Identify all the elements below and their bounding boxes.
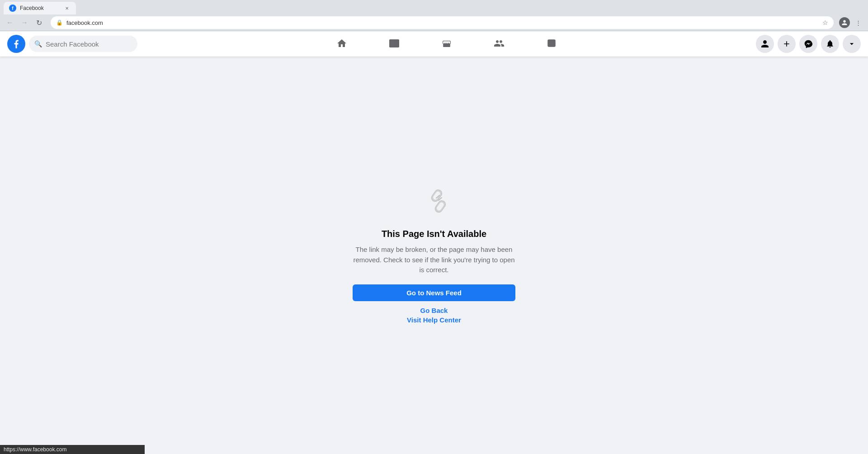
bookmark-icon[interactable]: ☆	[822, 19, 828, 26]
error-description: The link may be broken, or the page may …	[353, 245, 515, 275]
help-center-link[interactable]: Visit Help Center	[407, 316, 461, 324]
secure-icon: 🔒	[56, 19, 63, 26]
search-input[interactable]	[46, 40, 132, 48]
browser-tab[interactable]: f Facebook ✕	[4, 2, 76, 14]
status-url: https://www.facebook.com	[4, 446, 66, 453]
svg-point-5	[553, 43, 554, 43]
messenger-button[interactable]	[799, 35, 817, 53]
go-back-link[interactable]: Go Back	[420, 307, 448, 314]
notifications-button[interactable]	[821, 35, 839, 53]
svg-point-4	[552, 42, 553, 43]
menu-button[interactable]	[843, 35, 861, 53]
go-to-news-feed-button[interactable]: Go to News Feed	[353, 284, 515, 301]
nav-watch[interactable]	[369, 33, 420, 55]
search-bar[interactable]: 🔍	[29, 36, 137, 52]
tab-favicon: f	[9, 5, 16, 12]
nav-gaming[interactable]	[526, 33, 577, 55]
search-icon: 🔍	[34, 40, 42, 47]
forward-button[interactable]: →	[18, 16, 31, 29]
error-container: This Page Isn't Available The link may b…	[344, 176, 524, 335]
tab-bar: f Facebook ✕	[0, 0, 868, 14]
nav-right	[756, 35, 861, 53]
nav-marketplace[interactable]	[421, 33, 472, 55]
tab-close-button[interactable]: ✕	[63, 5, 71, 12]
nav-center	[137, 33, 756, 55]
url-display: facebook.com	[66, 19, 819, 26]
facebook-navbar: 🔍	[0, 31, 868, 57]
svg-rect-3	[549, 43, 551, 43]
address-bar[interactable]: 🔒 facebook.com ☆	[51, 16, 834, 29]
browser-toolbar: ← → ↻ 🔒 facebook.com ☆ ⋮	[0, 14, 868, 31]
extensions-button[interactable]: ⋮	[852, 16, 864, 29]
reload-button[interactable]: ↻	[33, 16, 45, 29]
nav-home[interactable]	[316, 33, 367, 55]
tab-title: Facebook	[20, 5, 60, 11]
incognito-avatar	[839, 17, 850, 28]
back-button[interactable]: ←	[4, 16, 16, 29]
create-button[interactable]	[778, 35, 796, 53]
status-bar: https://www.facebook.com	[0, 445, 145, 454]
facebook-logo[interactable]	[7, 35, 25, 53]
profile-button[interactable]	[756, 35, 774, 53]
error-title: This Page Isn't Available	[382, 229, 486, 239]
main-content: This Page Isn't Available The link may b…	[0, 57, 868, 454]
browser-right-controls: ⋮	[839, 16, 864, 29]
broken-link-icon	[416, 185, 452, 222]
browser-chrome: f Facebook ✕ ← → ↻ 🔒 facebook.com ☆ ⋮	[0, 0, 868, 31]
nav-groups[interactable]	[474, 33, 524, 55]
